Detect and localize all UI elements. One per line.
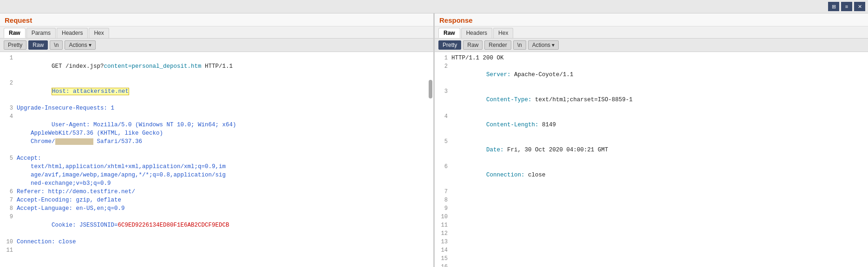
table-row: 7 — [435, 188, 868, 196]
response-tab-bar: Raw Headers Hex — [435, 26, 868, 39]
tab-request-headers[interactable]: Headers — [57, 28, 88, 38]
response-pretty-button[interactable]: Pretty — [438, 40, 461, 50]
table-row: 1 GET /index.jsp?content=personal_deposi… — [0, 54, 433, 79]
table-row: 1 HTTP/1.1 200 OK — [435, 54, 868, 62]
resp-line6-key: Connection: — [486, 172, 528, 178]
req-line3: Upgrade-Insecure-Requests: 1 — [17, 104, 431, 112]
table-row: 7 Accept-Encoding: gzip, deflate — [0, 196, 433, 204]
response-actions-label: Actions — [532, 42, 550, 48]
table-row: 2 Server: Apache-Coyote/1.1 — [435, 62, 868, 87]
response-render-button[interactable]: Render — [484, 40, 511, 50]
req-line5: Accept: text/html,application/xhtml+xml,… — [17, 154, 431, 188]
table-row: 8 — [435, 196, 868, 204]
table-row: 6 Connection: close — [435, 163, 868, 188]
table-row: 8 Accept-Language: en-US,en;q=0.9 — [0, 204, 433, 213]
table-row: 4 User-Agent: Mozilla/5.0 (Windows NT 10… — [0, 112, 433, 154]
table-row: 6 Referer: http://demo.testfire.net/ — [0, 188, 433, 196]
tab-response-headers[interactable]: Headers — [461, 28, 492, 38]
scroll-indicator[interactable] — [429, 80, 432, 98]
request-actions-chevron-icon: ▾ — [89, 42, 91, 48]
request-pretty-button[interactable]: Pretty — [4, 40, 26, 50]
req-line1-method: GET /index.jsp? — [52, 63, 104, 70]
top-bar: ⊞ ≡ ✕ — [0, 0, 868, 13]
response-toolbar: Pretty Raw Render \n Actions ▾ — [435, 39, 868, 52]
request-raw-button[interactable]: Raw — [28, 40, 48, 50]
response-title: Response — [435, 13, 868, 26]
table-row: 12 — [435, 229, 868, 238]
req-line1-param: content=personal_deposit.htm — [104, 63, 202, 70]
table-row: 3 Upgrade-Insecure-Requests: 1 — [0, 104, 433, 112]
request-panel: Request Raw Params Headers Hex Pretty Ra… — [0, 13, 435, 267]
request-actions-label: Actions — [69, 42, 87, 48]
tab-request-params[interactable]: Params — [26, 28, 56, 38]
req-line4-redact — [55, 138, 94, 145]
req-line4-b: Safari/537.36 — [93, 138, 142, 145]
req-line6: Referer: http://demo.testfire.net/ — [17, 188, 431, 196]
list-view-button[interactable]: ≡ — [841, 2, 852, 11]
tab-response-raw[interactable]: Raw — [438, 28, 460, 38]
response-actions-dropdown[interactable]: Actions ▾ — [528, 40, 559, 50]
resp-line1: HTTP/1.1 200 OK — [451, 54, 866, 62]
request-newline-button[interactable]: \n — [50, 40, 63, 50]
req-line9-a: Cookie: JSESSIONID= — [52, 222, 118, 228]
response-panel: Response Raw Headers Hex Pretty Raw Rend… — [435, 13, 868, 267]
table-row: 2 Host: attackersite.net — [0, 79, 433, 104]
table-row: 10 Connection: close — [0, 238, 433, 246]
request-content[interactable]: 1 GET /index.jsp?content=personal_deposi… — [0, 52, 433, 267]
req-line1-proto: HTTP/1.1 — [202, 63, 233, 70]
table-row: 5 Date: Fri, 30 Oct 2020 04:00:21 GMT — [435, 137, 868, 163]
table-row: 9 Cookie: JSESSIONID=6C9ED9226134ED80F1E… — [0, 213, 433, 238]
table-row: 15 — [435, 254, 868, 263]
table-row: 14 — [435, 246, 868, 254]
req-line8: Accept-Language: en-US,en;q=0.9 — [17, 204, 431, 213]
table-row: 10 — [435, 213, 868, 221]
resp-line6-val: close — [528, 172, 546, 178]
request-actions-dropdown[interactable]: Actions ▾ — [65, 40, 95, 50]
req-line9-cookie: 6C9ED9226134ED80F1E6AB2CDCF9EDCB — [118, 222, 229, 228]
tab-request-hex[interactable]: Hex — [89, 28, 109, 38]
request-tab-bar: Raw Params Headers Hex — [0, 26, 433, 39]
table-row: 5 Accept: text/html,application/xhtml+xm… — [0, 154, 433, 188]
table-row: 11 — [435, 221, 868, 229]
tab-request-raw[interactable]: Raw — [4, 28, 26, 38]
resp-line3-val: text/html;charset=ISO-8859-1 — [535, 97, 633, 103]
response-actions-chevron-icon: ▾ — [552, 42, 555, 48]
table-row: 3 Content-Type: text/html;charset=ISO-88… — [435, 87, 868, 112]
split-view-button[interactable]: ⊞ — [828, 2, 839, 11]
table-row: 11 — [0, 246, 433, 254]
table-row: 16 — [435, 263, 868, 267]
resp-line2-val: Apache-Coyote/1.1 — [514, 72, 574, 78]
table-row: 4 Content-Length: 8149 — [435, 112, 868, 137]
request-title: Request — [0, 13, 433, 26]
resp-line5-val: Fri, 30 Oct 2020 04:00:21 GMT — [507, 147, 608, 153]
panels-container: Request Raw Params Headers Hex Pretty Ra… — [0, 13, 868, 267]
req-line2-host: Host: attackersite.net — [52, 88, 129, 95]
response-content[interactable]: 1 HTTP/1.1 200 OK 2 Server: Apache-Coyot… — [435, 52, 868, 267]
close-button[interactable]: ✕ — [854, 2, 865, 11]
resp-line3-key: Content-Type: — [486, 97, 535, 103]
request-toolbar: Pretty Raw \n Actions ▾ — [0, 39, 433, 52]
resp-line4-key: Content-Length: — [486, 122, 542, 128]
req-line7: Accept-Encoding: gzip, deflate — [17, 196, 431, 204]
resp-line5-key: Date: — [486, 147, 507, 153]
resp-line4-val: 8149 — [542, 122, 556, 128]
tab-response-hex[interactable]: Hex — [493, 28, 513, 38]
response-raw-button[interactable]: Raw — [463, 40, 483, 50]
response-newline-button[interactable]: \n — [513, 40, 526, 50]
table-row: 9 — [435, 204, 868, 213]
req-line10: Connection: close — [17, 238, 431, 246]
table-row: 13 — [435, 238, 868, 246]
resp-line2-key: Server: — [486, 72, 514, 78]
